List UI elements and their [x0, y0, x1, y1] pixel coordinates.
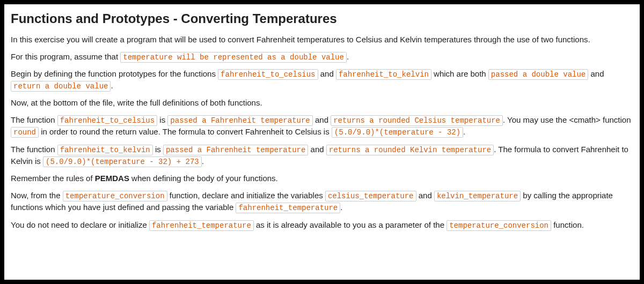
code-inline: fahrenheit_temperature: [149, 220, 254, 231]
code-inline: (5.0/9.0)*(temperature - 32): [332, 127, 463, 138]
code-inline: passed a double value: [488, 69, 588, 80]
text: Now, from the: [11, 191, 63, 200]
paragraph-noinit: You do not need to declare or initialize…: [11, 219, 633, 231]
paragraph-intro: In this exercise you will create a progr…: [11, 34, 633, 46]
text: in order to round the return value. The …: [39, 127, 332, 136]
text: .: [340, 203, 342, 212]
text: and: [318, 69, 336, 78]
code-inline: round: [11, 127, 39, 138]
text: and: [416, 191, 434, 200]
text: . You may use the <cmath> function: [503, 115, 631, 124]
code-inline: returns a rounded Kelvin temperature: [326, 145, 494, 155]
text: In this exercise you will create a progr…: [11, 35, 590, 44]
paragraph-definitions: Now, at the bottom of the file, write th…: [11, 97, 633, 109]
text: is: [157, 115, 167, 124]
code-inline: temperature_conversion: [447, 220, 551, 231]
text: The function: [11, 115, 57, 124]
text: You do not need to declare or initialize: [11, 220, 149, 229]
code-inline: kelvin_temperature: [434, 191, 521, 201]
paragraph-celsius: The function fahrenheit_to_celsius is pa…: [11, 114, 633, 138]
text: and: [308, 145, 326, 154]
text: as it is already available to you as a p…: [254, 220, 447, 229]
text: .: [202, 156, 204, 166]
paragraph-assume: For this program, assume that temperatur…: [11, 51, 633, 63]
text: and: [313, 115, 331, 124]
code-inline: fahrenheit_to_celsius: [218, 69, 318, 80]
text: For this program, assume that: [11, 52, 120, 61]
text: which are both: [431, 69, 488, 78]
text: .: [463, 127, 465, 136]
code-inline: fahrenheit_to_kelvin: [336, 69, 431, 80]
code-inline: passed a Fahrenheit temperature: [163, 145, 308, 155]
text: and: [588, 69, 604, 78]
text: .: [111, 81, 113, 90]
page-title: Functions and Prototypes - Converting Te…: [11, 10, 633, 28]
text: The function: [11, 145, 57, 154]
code-inline: fahrenheit_to_kelvin: [57, 145, 153, 155]
code-inline: passed a Fahrenheit temperature: [167, 115, 312, 126]
paragraph-pemdas: Remember the rules of PEMDAS when defini…: [11, 173, 633, 184]
code-inline: (5.0/9.0)*(temperature - 32) + 273: [43, 156, 202, 167]
paragraph-kelvin: The function fahrenheit_to_kelvin is pas…: [11, 144, 633, 168]
code-inline: temperature will be represented as a dou…: [120, 52, 347, 63]
text: function.: [551, 220, 584, 229]
text: function, declare and initialize the var…: [167, 191, 325, 200]
code-inline: fahrenheit_to_celsius: [57, 115, 157, 126]
text: .: [347, 52, 349, 61]
code-inline: celsius_temperature: [325, 191, 416, 201]
text: when defining the body of your functions…: [129, 174, 278, 183]
paragraph-conversion: Now, from the temperature_conversion fun…: [11, 190, 633, 214]
text: Remember the rules of: [11, 174, 95, 183]
code-inline: fahrenheit_temperature: [236, 203, 340, 213]
text-bold: PEMDAS: [95, 174, 129, 183]
paragraph-prototypes: Begin by defining the function prototype…: [11, 68, 633, 92]
code-inline: returns a rounded Celsius temperature: [331, 115, 503, 126]
document-page: Functions and Prototypes - Converting Te…: [4, 4, 640, 280]
code-inline: temperature_conversion: [63, 191, 167, 201]
text: is: [153, 145, 163, 154]
text: Now, at the bottom of the file, write th…: [11, 98, 262, 107]
code-inline: return a double value: [11, 81, 111, 92]
text: Begin by defining the function prototype…: [11, 69, 218, 78]
